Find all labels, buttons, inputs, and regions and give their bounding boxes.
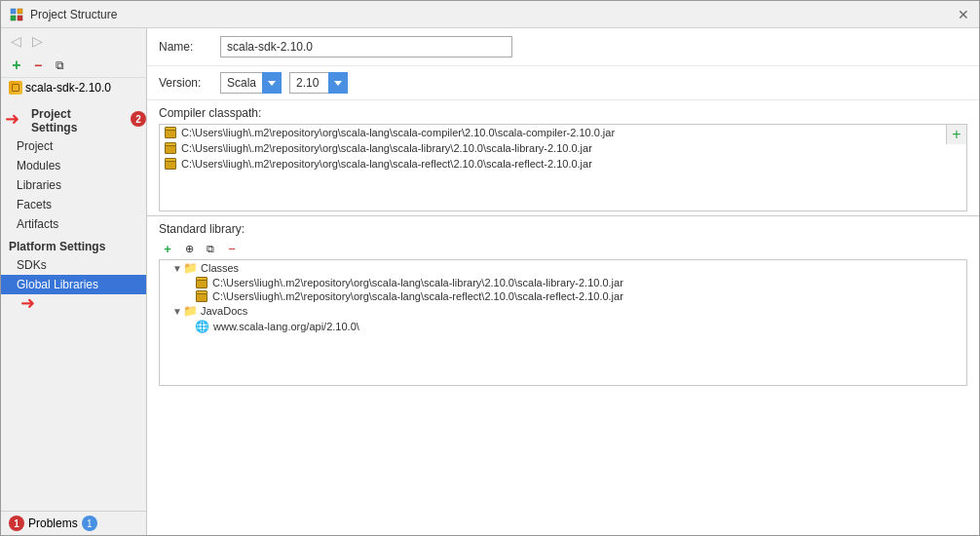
main-content: ◁ ▷ + − ⧉ scala-sdk-2.10.0 ➜ Project Set xyxy=(1,28,979,535)
project-settings-badge: 2 xyxy=(131,111,146,127)
version-type-select-wrapper: Scala xyxy=(220,72,282,94)
sdk-tree-item[interactable]: scala-sdk-2.10.0 xyxy=(1,78,146,97)
sdk-item-label: scala-sdk-2.10.0 xyxy=(25,81,111,95)
std-copy-button[interactable]: ⧉ xyxy=(202,240,219,257)
svg-rect-1 xyxy=(18,9,22,14)
tree-row-javadocs[interactable]: ▼ 📁 JavaDocs xyxy=(160,303,966,319)
tree-row-javadocs-item-0[interactable]: 🌐 www.scala-lang.org/api/2.10.0\ xyxy=(160,319,966,334)
svg-rect-3 xyxy=(18,16,22,20)
add-button[interactable]: + xyxy=(7,56,26,75)
svg-rect-0 xyxy=(11,9,16,14)
tree-row-classes-item-0[interactable]: C:\Users\liugh\.m2\repository\org\scala-… xyxy=(160,276,966,289)
problems-row[interactable]: 1 Problems 1 xyxy=(1,511,146,535)
nav-forward-button[interactable]: ▷ xyxy=(28,32,46,50)
sidebar-item-global-libraries[interactable]: Global Libraries xyxy=(1,275,146,294)
jar-icon xyxy=(195,290,208,302)
std-add-button[interactable]: + xyxy=(159,240,176,257)
copy-button[interactable]: ⧉ xyxy=(50,56,69,75)
classpath-panel: C:\Users\liugh\.m2\repository\org\scala-… xyxy=(159,124,967,211)
javadocs-label: JavaDocs xyxy=(201,305,247,317)
problems-label: Problems xyxy=(28,517,78,530)
classpath-item-2[interactable]: C:\Users\liugh\.m2\repository\org\scala-… xyxy=(160,156,966,172)
jar-icon xyxy=(164,158,177,170)
problems-badge: 1 xyxy=(9,516,24,531)
project-settings-label: Project Settings xyxy=(23,101,127,136)
jar-icon xyxy=(164,142,177,154)
classes-label: Classes xyxy=(201,262,239,274)
title-bar: Project Structure ✕ xyxy=(1,1,979,28)
version-row: Version: Scala 2.10 xyxy=(147,66,979,100)
version-type-select[interactable]: Scala xyxy=(220,72,282,94)
jar-icon xyxy=(164,127,177,138)
title-bar-icon xyxy=(9,7,24,22)
platform-settings-label: Platform Settings xyxy=(1,234,146,255)
name-row: Name: xyxy=(147,28,979,66)
javadocs-folder-icon: 📁 xyxy=(183,304,198,318)
sidebar-item-modules[interactable]: Modules xyxy=(1,156,146,175)
jar-icon xyxy=(195,277,208,288)
close-button[interactable]: ✕ xyxy=(956,7,971,22)
tree-row-classes-item-1[interactable]: C:\Users\liugh\.m2\repository\org\scala-… xyxy=(160,289,966,303)
std-toolbar: + ⊕ ⧉ − xyxy=(159,238,967,259)
version-number-select-wrapper: 2.10 xyxy=(289,72,348,94)
sidebar-item-libraries[interactable]: Libraries xyxy=(1,175,146,195)
standard-library-section: Standard library: + ⊕ ⧉ − ▼ 📁 Classes xyxy=(147,215,979,390)
title-bar-title: Project Structure xyxy=(30,8,956,21)
std-remove-button[interactable]: − xyxy=(223,240,241,257)
project-structure-window: Project Structure ✕ ◁ ▷ + − ⧉ scala-sdk-… xyxy=(0,0,980,536)
main-panel: Name: Version: Scala 2.10 xyxy=(147,28,979,535)
sdk-icon xyxy=(9,81,22,95)
arrow2-annotation: ➜ xyxy=(5,110,19,128)
svg-rect-2 xyxy=(11,16,16,20)
sidebar-item-project[interactable]: Project xyxy=(1,136,146,156)
classes-folder-icon: 📁 xyxy=(183,261,198,275)
std-tree-panel: ▼ 📁 Classes C:\Users\liugh\.m2\repositor… xyxy=(159,259,967,386)
sidebar-item-artifacts[interactable]: Artifacts xyxy=(1,214,146,234)
classpath-add-button[interactable]: + xyxy=(949,127,964,142)
arrow1-annotation: ➜ xyxy=(20,293,35,313)
globe-icon: 🌐 xyxy=(195,320,209,333)
problems-count-badge: 1 xyxy=(82,516,97,531)
version-label: Version: xyxy=(159,76,212,90)
compiler-classpath-label: Compiler classpath: xyxy=(147,100,979,124)
classes-toggle[interactable]: ▼ xyxy=(171,263,183,274)
name-input[interactable] xyxy=(220,36,512,57)
classpath-list: C:\Users\liugh\.m2\repository\org\scala-… xyxy=(160,125,966,172)
classpath-item-0[interactable]: C:\Users\liugh\.m2\repository\org\scala-… xyxy=(160,125,966,140)
sidebar-item-facets[interactable]: Facets xyxy=(1,195,146,214)
std-add-classes-button[interactable]: ⊕ xyxy=(180,240,198,257)
classpath-add-toolbar: + xyxy=(946,125,966,144)
javadocs-toggle[interactable]: ▼ xyxy=(171,306,183,317)
standard-library-label: Standard library: xyxy=(159,220,967,238)
name-label: Name: xyxy=(159,40,212,54)
sidebar-nav: ◁ ▷ xyxy=(1,28,146,54)
sidebar-tree: ➜ Project Settings 2 Project Modules Lib… xyxy=(1,97,146,511)
tree-row-classes[interactable]: ▼ 📁 Classes xyxy=(160,260,966,276)
nav-back-button[interactable]: ◁ xyxy=(7,32,24,50)
sidebar: ◁ ▷ + − ⧉ scala-sdk-2.10.0 ➜ Project Set xyxy=(1,28,147,535)
version-number-select[interactable]: 2.10 xyxy=(289,72,348,94)
sidebar-item-sdks[interactable]: SDKs xyxy=(1,255,146,275)
classpath-item-1[interactable]: C:\Users\liugh\.m2\repository\org\scala-… xyxy=(160,140,966,156)
remove-button[interactable]: − xyxy=(28,56,48,75)
